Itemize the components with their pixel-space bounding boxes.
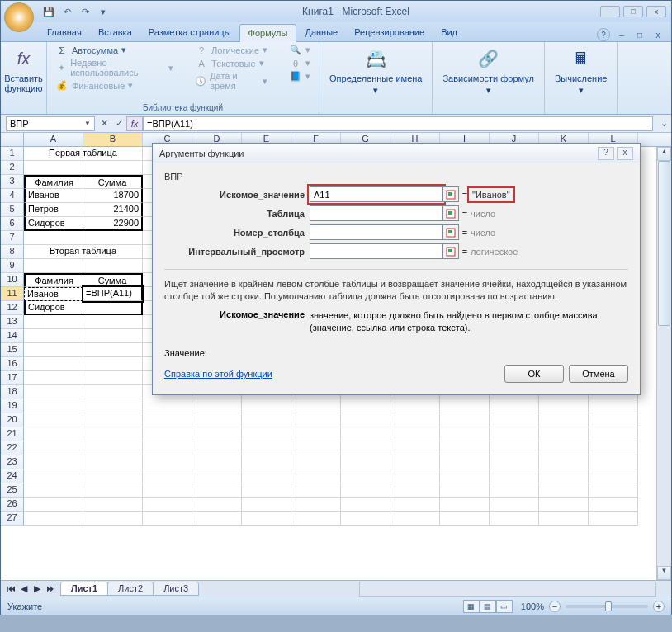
col-header-B[interactable]: B [83,133,143,146]
calculation-button[interactable]: 🖩Вычисление▾ [550,44,613,97]
vertical-scrollbar[interactable]: ▲ ▼ [656,147,671,580]
cell-B23[interactable] [83,455,143,469]
enter-formula-icon[interactable]: ✓ [111,116,126,131]
office-button[interactable] [4,2,34,32]
cell-B17[interactable] [83,371,143,385]
cell-G26[interactable] [341,498,390,512]
ribbon-close-icon[interactable]: x [651,28,665,41]
text-button[interactable]: AТекстовые ▾ [192,57,271,69]
sheet-tab-Лист2[interactable]: Лист2 [107,582,154,596]
row-header-24[interactable]: 24 [1,469,24,483]
cell-L23[interactable] [589,455,638,469]
cell-A6[interactable]: Сидоров [24,217,83,231]
chevron-down-icon[interactable]: ▼ [84,120,91,127]
cell-D27[interactable] [192,512,242,526]
cell-I24[interactable] [440,469,490,483]
row-header-5[interactable]: 5 [1,203,24,217]
redo-icon[interactable]: ↷ [77,3,93,20]
cell-L26[interactable] [589,498,638,512]
cell-F24[interactable] [291,469,341,483]
cell-J22[interactable] [490,441,539,455]
row-header-8[interactable]: 8 [1,245,24,259]
cell-K20[interactable] [539,413,589,427]
close-button[interactable]: x [646,6,666,17]
autosum-button[interactable]: ΣАвтосумма ▾ [52,44,177,56]
cell-D22[interactable] [192,441,242,455]
cell-L24[interactable] [589,469,638,483]
cell-I26[interactable] [440,498,490,512]
cell-E20[interactable] [242,413,291,427]
cell-D24[interactable] [192,469,242,483]
cell-K23[interactable] [539,455,589,469]
insert-function-button[interactable]: fx Вставить функцию [6,44,41,95]
cell-G21[interactable] [341,427,390,441]
tab-Данные[interactable]: Данные [296,24,346,41]
cell-H26[interactable] [390,498,440,512]
cell-H20[interactable] [390,413,440,427]
cell-G22[interactable] [341,441,390,455]
row-header-17[interactable]: 17 [1,371,24,385]
save-icon[interactable]: 💾 [40,3,57,20]
scroll-up-icon[interactable]: ▲ [657,147,671,161]
cell-B14[interactable] [83,329,143,343]
cell-K26[interactable] [539,498,589,512]
cell-B11[interactable]: =ВПР(A11) [83,287,143,301]
cell-B26[interactable] [83,498,143,512]
cell-F20[interactable] [291,413,341,427]
zoom-slider[interactable] [566,605,648,608]
cell-K25[interactable] [539,483,589,498]
minimize-button[interactable]: – [600,6,620,17]
arg-input-0[interactable]: A11 [310,186,443,202]
dialog-close-icon[interactable]: x [617,147,633,160]
cell-D19[interactable] [192,399,242,413]
cell-D26[interactable] [192,498,242,512]
cell-A3[interactable]: Фамилия [24,175,83,189]
cell-G23[interactable] [341,455,390,469]
cell-G24[interactable] [341,469,390,483]
cell-B7[interactable] [83,231,143,245]
cell-A23[interactable] [24,455,83,469]
cell-C19[interactable] [143,399,192,413]
math-button[interactable]: θ▾ [286,57,314,69]
cell-E21[interactable] [242,427,291,441]
cell-J26[interactable] [490,498,539,512]
cell-C21[interactable] [143,427,192,441]
row-header-11[interactable]: 11 [1,287,24,301]
row-header-26[interactable]: 26 [1,498,24,512]
ref-selector-icon[interactable] [442,243,459,259]
help-icon[interactable]: ? [597,28,610,41]
cell-B12[interactable] [83,301,143,315]
first-sheet-icon[interactable]: ⏮ [4,583,17,594]
cell-J19[interactable] [490,399,539,413]
cell-A25[interactable] [24,483,83,498]
cell-A10[interactable]: Фамилия [24,273,83,287]
cell-B25[interactable] [83,483,143,498]
cell-H21[interactable] [390,427,440,441]
cell-B4[interactable]: 18700 [83,189,143,203]
row-header-22[interactable]: 22 [1,441,24,455]
cell-B15[interactable] [83,343,143,357]
name-box[interactable]: ВПР▼ [6,116,95,131]
cell-A22[interactable] [24,441,83,455]
cell-F27[interactable] [291,512,341,526]
cell-H24[interactable] [390,469,440,483]
cell-G19[interactable] [341,399,390,413]
ribbon-restore-icon[interactable]: □ [633,28,646,41]
cell-F22[interactable] [291,441,341,455]
cell-H25[interactable] [390,483,440,498]
row-header-20[interactable]: 20 [1,413,24,427]
cell-B18[interactable] [83,385,143,399]
cell-C23[interactable] [143,455,192,469]
cell-B24[interactable] [83,469,143,483]
cell-B6[interactable]: 22900 [83,217,143,231]
cell-F23[interactable] [291,455,341,469]
cell-B10[interactable]: Сумма [83,273,143,287]
cancel-button[interactable]: Отмена [569,365,628,383]
cell-E23[interactable] [242,455,291,469]
cell-C22[interactable] [143,441,192,455]
row-header-3[interactable]: 3 [1,175,24,189]
cell-A4[interactable]: Иванов [24,189,83,203]
cell-A14[interactable] [24,329,83,343]
cell-H19[interactable] [390,399,440,413]
formula-auditing-button[interactable]: 🔗Зависимости формул▾ [438,44,538,97]
